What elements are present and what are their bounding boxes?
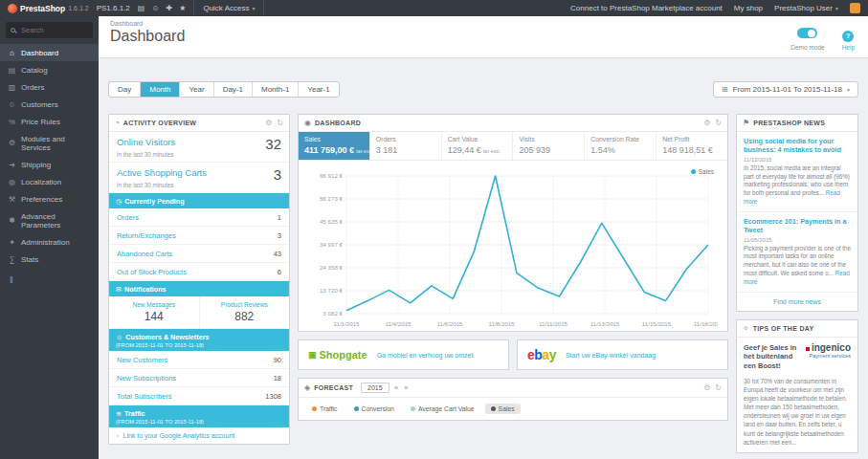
sidebar-item-label: Customers [21,100,58,109]
row-value: 18 [274,374,281,382]
activity-body: Online Visitors32in the last 30 minutesA… [109,132,289,444]
ebay-link[interactable]: Start uw eBay-winkel vandaag [566,352,656,359]
article-body: Picking a payment provider is one of the… [744,245,851,287]
help-icon[interactable]: ? [842,31,854,42]
demo-mode-label: Demo mode [790,44,824,51]
svg-text:11/1/2015: 11/1/2015 [333,320,360,327]
panel-refresh-icon[interactable]: ↻ [277,119,283,127]
range-button-month[interactable]: Month [141,82,180,97]
middle-column: ◉ DASHBOARD ⚙ ↻ Sales411 759,00 €tax exc… [298,114,728,428]
module-promos: ▣ Shopgate Ga mobiel en verhoog uw omzet… [298,339,728,370]
quick-access-menu[interactable]: Quick Access ▾ [193,0,264,16]
cell-value: 882 [202,310,288,323]
globe-icon: ◍ [8,178,16,186]
date-range-picker[interactable]: ⊞ From 2015-11-01 To 2015-11-18 ▾ [713,81,858,98]
panel-settings-icon[interactable]: ⚙ [703,383,710,392]
forecast-prev-button[interactable]: « [393,383,399,392]
my-shop-link[interactable]: My shop [734,4,763,12]
range-button-year-1[interactable]: Year-1 [299,82,338,97]
find-more-news-link[interactable]: Find more news [737,293,857,311]
activity-link-online-visitors[interactable]: Online Visitors32in the last 30 minutes [109,132,289,163]
kpi-net-profit[interactable]: Net Profit148 918,51 € [657,132,727,160]
topbar-icons: ▤☺✚★ [138,4,187,12]
forecast-next-button[interactable]: » [403,383,409,392]
person-icon[interactable]: ☺ [151,4,159,12]
activity-cell-new-messages[interactable]: New Messages144 [109,296,200,329]
prestashop-logo[interactable]: PrestaShop 1.6.1.2 [8,4,89,13]
activity-row-out-of-stock-products[interactable]: Out of Stock Products6 [109,263,289,281]
sidebar-item-catalog[interactable]: ▤Catalog [0,61,99,78]
sidebar-item-orders[interactable]: ▥Orders [0,78,99,96]
activity-overview-panel: ◔ ACTIVITY OVERVIEW ⚙ ↻ Online Visitors3… [108,114,290,445]
forecast-legend-conversion[interactable]: Conversion [348,404,400,414]
kpi-orders[interactable]: Orders3 181 [370,132,442,160]
activity-row-total-subscribers[interactable]: Total Subscribers1308 [109,387,289,405]
settings-icon: ⚒ [8,195,16,204]
sidebar-item-localization[interactable]: ◍Localization [0,173,99,190]
cart-icon[interactable]: ▤ [138,4,145,12]
activity-row-new-subscriptions[interactable]: New Subscriptions18 [109,369,289,387]
shop-version: PS1.6.1.2 [97,4,130,12]
range-button-year[interactable]: Year [180,82,213,97]
read-more-link[interactable]: Read more [744,270,850,285]
forecast-year-select[interactable]: 2015 [361,382,389,393]
sidebar-item-preferences[interactable]: ⚒Preferences [0,190,99,208]
sidebar-item-administration[interactable]: ✦Administration [0,233,99,251]
ebay-module[interactable]: ebay Start uw eBay-winkel vandaag [517,339,728,370]
demo-mode-toggle[interactable] [797,28,817,38]
article-title[interactable]: Ecommerce 101: Payments in a Tweet [744,217,851,235]
kpi-cart-value[interactable]: Cart Value129,44 €tax excl. [442,132,514,160]
google-analytics-link[interactable]: ▫Link to your Google Analytics account [109,427,289,444]
add-icon[interactable]: ✚ [167,4,173,12]
sidebar-item-modules-and-services[interactable]: ⚙Modules and Services [0,130,99,156]
sidebar-item-stats[interactable]: ∑Stats [0,251,99,268]
panel-refresh-icon[interactable]: ↻ [715,383,722,392]
marketplace-link[interactable]: Connect to PrestaShop Marketplace accoun… [570,4,723,12]
panel-title: TIPS OF THE DAY [753,325,814,332]
forecast-legend-traffic[interactable]: Traffic [306,404,344,414]
sidebar-search[interactable] [6,22,93,38]
avatar[interactable] [850,3,860,13]
dashboard-panel: ◉ DASHBOARD ⚙ ↻ Sales411 759,00 €tax exc… [298,114,728,332]
forecast-legend-average-cart-value[interactable]: Average Cart Value [405,404,480,414]
sidebar-collapse-button[interactable]: ‖ [0,268,99,293]
activity-row-new-customers[interactable]: New Customers90 [109,351,289,369]
panel-settings-icon[interactable]: ⚙ [265,119,272,127]
activity-row-orders[interactable]: Orders1 [109,208,289,227]
activity-row-abandoned-carts[interactable]: Abandoned Carts43 [109,245,289,263]
link-icon: ▫ [117,432,119,439]
range-button-day[interactable]: Day [109,82,141,97]
sidebar-item-customers[interactable]: ☺Customers [0,96,99,113]
sidebar-item-advanced-parameters[interactable]: ✱Advanced Parameters [0,208,99,233]
people-icon: ☺ [116,333,122,341]
sidebar-item-label: Preferences [21,195,62,204]
kpi-visits[interactable]: Visits205 939 [513,132,585,160]
article-title[interactable]: Using social media for your business: 4 … [744,137,851,155]
shopgate-module[interactable]: ▣ Shopgate Ga mobiel en verhoog uw omzet [298,339,509,370]
kpi-value: 205 939 [519,145,578,155]
sales-chart: Sales 11/1/201511/4/201511/6/201511/8/20… [299,161,727,331]
activity-cell-product-reviews[interactable]: Product Reviews882 [200,296,290,329]
kpi-sales[interactable]: Sales411 759,00 €tax excl. [299,132,370,160]
shopgate-link[interactable]: Ga mobiel en verhoog uw omzet [377,352,474,359]
forecast-panel: ◈ FORECAST 2015 « » ⚙ ↻ TrafficConversio… [298,378,728,421]
activity-row-return-exchanges[interactable]: Return/Exchanges3 [109,227,289,245]
panel-title: PRESTASHOP NEWS [753,120,825,126]
panel-refresh-icon[interactable]: ↻ [715,119,722,127]
sidebar-item-price-rules[interactable]: %Price Rules [0,113,99,130]
range-button-day-1[interactable]: Day-1 [214,82,253,97]
forecast-legend-sales[interactable]: Sales [485,404,521,414]
user-menu[interactable]: PrestaShop User ▾ [774,4,838,12]
kpi-conversion-rate[interactable]: Conversion Rate1.54% [585,132,657,160]
sidebar-item-label: Advanced Parameters [21,212,91,230]
sidebar-item-dashboard[interactable]: ⌂Dashboard [0,44,99,61]
trophy-icon[interactable]: ★ [179,4,186,12]
read-more-link[interactable]: Read more [744,189,840,205]
page-title: Dashboard [110,28,857,45]
activity-link-active-shopping-carts[interactable]: Active Shopping Carts3in the last 30 min… [109,163,289,193]
search-input[interactable] [19,25,86,35]
sidebar-item-shipping[interactable]: ➔Shipping [0,156,99,173]
panel-settings-icon[interactable]: ⚙ [703,119,710,127]
range-button-month-1[interactable]: Month-1 [253,82,299,97]
section-header-traffic: ≋Traffic(FROM 2015-11-01 TO 2015-11-18) [109,405,289,427]
